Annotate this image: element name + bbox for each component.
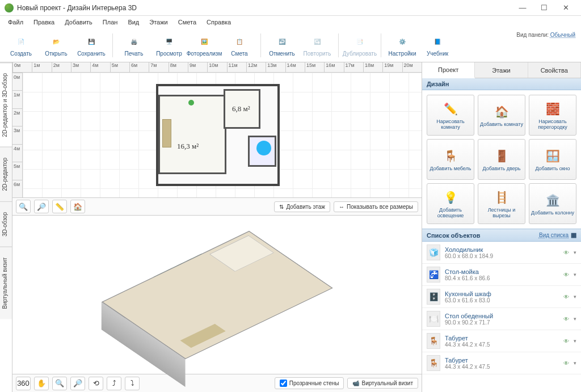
toolbar-Смета[interactable]: 📋Смета xyxy=(222,30,257,61)
design-Добавить-дверь[interactable]: 🚪Добавить дверь xyxy=(478,139,525,180)
panel-view-value[interactable]: Обычный xyxy=(550,32,575,38)
toolbar-Просмотр[interactable]: 🖥️Просмотр xyxy=(151,30,187,61)
toolbar-icon: 📑 xyxy=(352,33,368,49)
design-label: Добавить колонну xyxy=(531,210,574,216)
menu-bar: Файл Правка Добавить План Вид Этажи Смет… xyxy=(0,16,581,28)
expand-icon[interactable]: ▾ xyxy=(574,316,576,322)
tab-properties[interactable]: Свойства xyxy=(528,62,581,78)
design-Нарисовать-перегородку[interactable]: 🧱Нарисовать перегородку xyxy=(529,95,576,136)
home-button[interactable]: 🏠 xyxy=(70,200,85,213)
zoom-out-button[interactable]: 🔍 xyxy=(16,200,31,213)
add-floor-button[interactable]: ⇅Добавить этаж xyxy=(274,201,330,212)
objects-list[interactable]: 🧊Холодильник60.0 x 68.0 x 184.9👁▾🚰Стол-м… xyxy=(422,242,581,392)
room-bathroom[interactable] xyxy=(248,136,276,167)
vtab-3d[interactable]: 3D-обзор xyxy=(0,201,12,247)
expand-icon[interactable]: ▾ xyxy=(574,294,576,300)
visibility-icon[interactable]: 👁 xyxy=(563,294,569,300)
design-Добавить-комнату[interactable]: 🏠Добавить комнату xyxy=(478,95,525,136)
zoom-in-button[interactable]: 🔎 xyxy=(34,200,49,213)
object-item[interactable]: 🍽️Стол обеденный90.0 x 90.2 x 71.7👁▾ xyxy=(422,308,581,330)
toolbar-Создать[interactable]: 📄Создать xyxy=(3,30,39,61)
vtab-2d-3d[interactable]: 2D-редактор и 3D-обзор xyxy=(0,62,12,147)
object-item[interactable]: 🚰Стол-мойка80.4 x 61.6 x 86.6👁▾ xyxy=(422,264,581,286)
list-view-icon[interactable]: ▦ xyxy=(571,231,576,239)
object-thumb: 🗄️ xyxy=(427,289,440,305)
zoom-out-3d-button[interactable]: 🔍 xyxy=(52,377,67,390)
floorplan-outline[interactable]: 16,3 м² 6,8 м² xyxy=(156,84,280,186)
design-Лестницы-и-вырезы[interactable]: 🪜Лестницы и вырезы xyxy=(478,183,525,224)
visibility-icon[interactable]: 👁 xyxy=(563,338,569,344)
toolbar-Фотореализм[interactable]: 🖼️Фотореализм xyxy=(187,30,222,61)
design-icon: 🧱 xyxy=(545,101,561,117)
design-Нарисовать-комнату[interactable]: ✏️Нарисовать комнату xyxy=(427,95,474,136)
toolbar-Настройки[interactable]: ⚙️Настройки xyxy=(385,30,420,61)
menu-plan[interactable]: План xyxy=(98,17,123,27)
plan-2d-area[interactable]: 0м1м2м3м4м5м6м 16,3 м² 6,8 м² xyxy=(12,73,422,197)
menu-view[interactable]: Вид xyxy=(123,17,144,27)
transparent-walls-input[interactable] xyxy=(280,380,287,387)
visibility-icon[interactable]: 👁 xyxy=(563,316,569,322)
tilt-down-button[interactable]: ⤵ xyxy=(125,377,140,390)
isometric-model[interactable] xyxy=(101,230,332,359)
reset-view-button[interactable]: ⟲ xyxy=(89,377,103,390)
design-icon: ✏️ xyxy=(443,101,458,117)
object-thumb: 🧊 xyxy=(427,245,440,260)
maximize-button[interactable]: ☐ xyxy=(533,0,555,16)
object-item[interactable]: 🪑Табурет44.3 x 44.2 x 47.5👁▾ xyxy=(422,352,581,374)
toolbar-label: Дублировать xyxy=(343,50,377,57)
toolbar-Печать[interactable]: 🖨️Печать xyxy=(116,30,151,61)
object-item[interactable]: 🧊Холодильник60.0 x 68.0 x 184.9👁▾ xyxy=(422,242,581,264)
menu-add[interactable]: Добавить xyxy=(60,17,97,27)
visibility-icon[interactable]: 👁 xyxy=(563,250,569,256)
toolbar-Открыть[interactable]: 📂Открыть xyxy=(39,30,74,61)
expand-icon[interactable]: ▾ xyxy=(574,272,576,277)
measure-button[interactable]: 📏 xyxy=(52,200,67,213)
object-item[interactable]: 🗄️Кухонный шкаф63.0 x 61.6 x 83.0👁▾ xyxy=(422,286,581,308)
room-1[interactable]: 16,3 м² xyxy=(158,95,226,174)
visibility-icon[interactable]: 👁 xyxy=(563,272,569,278)
list-view-link[interactable]: Вид списка xyxy=(539,232,569,238)
virtual-visit-button[interactable]: 📹Виртуальный визит xyxy=(347,378,418,389)
show-dims-button[interactable]: ↔Показывать все размеры xyxy=(334,201,418,212)
menu-estimate[interactable]: Смета xyxy=(174,17,201,27)
menu-help[interactable]: Справка xyxy=(202,17,235,27)
view-3d-area[interactable] xyxy=(12,216,422,374)
toolbar-Учебник[interactable]: 📘Учебник xyxy=(420,30,455,61)
expand-icon[interactable]: ▾ xyxy=(574,250,576,255)
toolbar-Сохранить[interactable]: 💾Сохранить xyxy=(74,30,109,61)
toolbar-Отменить[interactable]: ↩️Отменить xyxy=(264,30,300,61)
expand-icon[interactable]: ▾ xyxy=(574,338,576,344)
pan-button[interactable]: ✋ xyxy=(34,377,49,390)
transparent-walls-checkbox[interactable]: Прозрачные стены xyxy=(275,377,344,389)
furniture-sofa[interactable] xyxy=(162,119,171,147)
menu-file[interactable]: Файл xyxy=(3,17,28,27)
visibility-icon[interactable]: 👁 xyxy=(563,360,569,366)
close-button[interactable]: ✕ xyxy=(555,0,576,16)
design-Добавить-освещение[interactable]: 💡Добавить освещение xyxy=(427,183,474,224)
room-2[interactable]: 6,8 м² xyxy=(224,89,260,129)
furniture-plant[interactable] xyxy=(188,100,194,106)
tab-floors[interactable]: Этажи xyxy=(475,62,528,78)
object-thumb: 🪑 xyxy=(427,333,440,349)
toolbar-label: Отменить xyxy=(269,50,295,57)
rotate-360-button[interactable]: 360 xyxy=(16,377,31,390)
design-Добавить-колонну[interactable]: 🏛️Добавить колонну xyxy=(529,183,576,224)
design-label: Нарисовать комнату xyxy=(428,119,473,130)
design-Добавить-мебель[interactable]: 🪑Добавить мебель xyxy=(427,139,474,180)
objects-section-header: Список объектов Вид списка ▦ xyxy=(422,229,581,242)
design-Добавить-окно[interactable]: 🪟Добавить окно xyxy=(529,139,576,180)
minimize-button[interactable]: — xyxy=(512,0,533,16)
zoom-in-3d-button[interactable]: 🔎 xyxy=(70,377,85,390)
object-dims: 80.4 x 61.6 x 86.6 xyxy=(445,275,559,281)
panel-view-selector[interactable]: Вид панели: Обычный xyxy=(516,32,575,38)
toolbar-icon: 📄 xyxy=(13,33,29,49)
tilt-up-button[interactable]: ⤴ xyxy=(107,377,121,390)
menu-edit[interactable]: Правка xyxy=(29,17,59,27)
menu-floors[interactable]: Этажи xyxy=(145,17,172,27)
vtab-virtual[interactable]: Виртуальный визит xyxy=(0,247,12,319)
plan-canvas[interactable]: 16,3 м² 6,8 м² xyxy=(23,73,422,197)
vtab-2d[interactable]: 2D-редактор xyxy=(0,147,12,201)
expand-icon[interactable]: ▾ xyxy=(574,360,576,366)
object-item[interactable]: 🪑Табурет44.3 x 44.2 x 47.5👁▾ xyxy=(422,330,581,352)
tab-project[interactable]: Проект xyxy=(422,62,475,78)
